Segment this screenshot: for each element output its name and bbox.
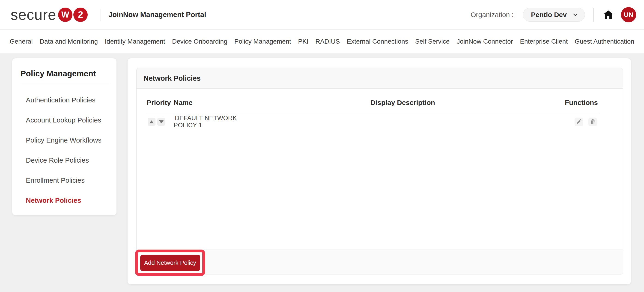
logo-w-badge: W xyxy=(58,8,72,22)
sort-down-icon xyxy=(159,120,164,124)
panel-footer xyxy=(136,250,623,274)
priority-up-button[interactable] xyxy=(148,118,156,126)
nav-item-device-onboarding[interactable]: Device Onboarding xyxy=(172,38,228,45)
home-icon xyxy=(603,9,614,20)
network-policies-panel: Network Policies Priority Name Display D… xyxy=(136,68,623,274)
sidebar-title: Policy Management xyxy=(20,69,109,78)
delete-policy-button[interactable] xyxy=(588,118,597,126)
organization-dropdown[interactable]: Pentio Dev xyxy=(523,8,585,22)
header-divider xyxy=(100,9,101,21)
column-header-name: Name xyxy=(174,88,253,113)
nav-item-radius[interactable]: RADIUS xyxy=(316,38,340,45)
edit-policy-button[interactable] xyxy=(574,118,583,126)
nav-item-enterprise-client[interactable]: Enterprise Client xyxy=(520,38,568,45)
sidebar-divider xyxy=(20,85,109,85)
organization-value: Pentio Dev xyxy=(531,11,567,19)
nav-item-general[interactable]: General xyxy=(10,38,33,45)
home-button[interactable] xyxy=(602,8,614,21)
panel-title: Network Policies xyxy=(144,74,201,82)
logo-2-badge: 2 xyxy=(73,8,88,22)
table-row: DEFAULT NETWORK POLICY 1 xyxy=(147,113,599,131)
nav-item-guest-authentication[interactable]: Guest Authentication xyxy=(574,38,634,45)
page-body: Policy Management Authentication Policie… xyxy=(0,54,644,292)
nav-item-identity-management[interactable]: Identity Management xyxy=(105,38,165,45)
sidebar-item-account-lookup-policies[interactable]: Account Lookup Policies xyxy=(20,110,109,130)
table-header-row: Priority Name Display Description Functi… xyxy=(147,88,599,113)
nav-item-external-connections[interactable]: External Connections xyxy=(347,38,408,45)
logo-secure-text: secure xyxy=(10,8,56,22)
trash-icon xyxy=(590,119,596,125)
policy-name: DEFAULT NETWORK POLICY 1 xyxy=(174,115,237,129)
securew2-logo: secure W 2 xyxy=(10,8,88,22)
priority-down-button[interactable] xyxy=(157,118,165,126)
sidebar-item-policy-engine-workflows[interactable]: Policy Engine Workflows xyxy=(20,130,109,150)
column-header-priority: Priority xyxy=(147,88,174,113)
header-separator xyxy=(593,8,594,22)
policies-table: Priority Name Display Description Functi… xyxy=(136,88,623,131)
chevron-down-icon xyxy=(573,12,578,17)
panel-header: Network Policies xyxy=(136,68,623,88)
add-network-policy-button[interactable]: Add Network Policy xyxy=(140,255,200,271)
sort-up-icon xyxy=(149,120,154,124)
nav-item-joinnow-connector[interactable]: JoinNow Connector xyxy=(457,38,513,45)
sidebar-item-enrollment-policies[interactable]: Enrollment Policies xyxy=(20,170,109,190)
sidebar-item-device-role-policies[interactable]: Device Role Policies xyxy=(20,150,109,170)
nav-item-self-service[interactable]: Self Service xyxy=(415,38,450,45)
pencil-icon xyxy=(576,119,582,125)
main-nav: General Data and Monitoring Identity Man… xyxy=(0,30,644,54)
column-header-functions: Functions xyxy=(553,88,599,113)
nav-item-data-and-monitoring[interactable]: Data and Monitoring xyxy=(40,38,98,45)
sidebar-item-authentication-policies[interactable]: Authentication Policies xyxy=(20,90,109,110)
portal-title: JoinNow Management Portal xyxy=(108,10,206,19)
nav-item-policy-management[interactable]: Policy Management xyxy=(234,38,291,45)
column-header-display-description: Display Description xyxy=(253,88,553,113)
sidebar-item-network-policies[interactable]: Network Policies xyxy=(20,190,109,210)
network-policies-card: Network Policies Priority Name Display D… xyxy=(128,58,631,284)
organization-label: Organization : xyxy=(470,11,514,19)
user-avatar[interactable]: UN xyxy=(621,7,636,22)
policy-description xyxy=(253,113,553,131)
policy-management-sidebar: Policy Management Authentication Policie… xyxy=(12,58,116,215)
nav-item-pki[interactable]: PKI xyxy=(298,38,308,45)
highlight-annotation-box: Add Network Policy xyxy=(135,250,205,276)
top-header: secure W 2 JoinNow Management Portal Org… xyxy=(0,0,644,30)
